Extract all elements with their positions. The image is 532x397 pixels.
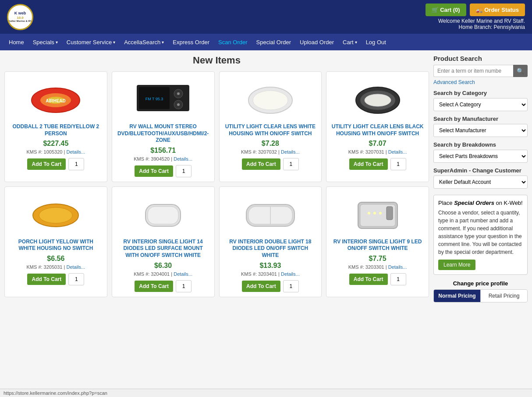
qty-input-6[interactable]: [176, 280, 192, 292]
search-box: 🔍: [433, 65, 528, 77]
product-card-4: UTILITY LIGHT CLEAR LENS BLACK HOUSING W…: [326, 71, 429, 182]
special-orders-box: Place Special Orders on K-Web! Choose a …: [433, 195, 528, 275]
product-actions-6: Add To Cart: [135, 280, 192, 292]
nav-home[interactable]: Home: [4, 35, 28, 49]
product-price-7: $13.93: [259, 262, 281, 270]
product-actions-3: Add To Cart: [242, 158, 299, 170]
product-card-1: AIRHEAD ODDBALL 2 TUBE RED/YELLOW 2 PERS…: [4, 71, 107, 182]
add-to-cart-3[interactable]: Add To Cart: [242, 158, 280, 170]
nav-scan-order[interactable]: Scan Order: [214, 35, 252, 49]
sidebar: Product Search 🔍 Advanced Search Search …: [433, 55, 528, 302]
product-image-5: [27, 191, 84, 235]
svg-point-26: [368, 212, 370, 214]
nav-logout[interactable]: Log Out: [362, 35, 390, 49]
add-to-cart-7[interactable]: Add To Cart: [242, 281, 280, 292]
nav-acella-search[interactable]: AccellaSearch ▾: [120, 35, 168, 49]
search-by-breakdowns-label: Search by Breakdowns: [433, 141, 528, 148]
welcome-line1: Welcome Keller Marine and RV Staff.: [438, 18, 525, 24]
category-select[interactable]: Select A Category: [433, 98, 528, 111]
add-to-cart-8[interactable]: Add To Cart: [349, 274, 388, 285]
qty-input-7[interactable]: [283, 280, 299, 292]
nav-special-order[interactable]: Special Order: [252, 35, 295, 49]
search-by-manufacturer-label: Search by Manufacturer: [433, 116, 528, 122]
advanced-search-link[interactable]: Advanced Search: [433, 79, 475, 85]
add-to-cart-6[interactable]: Add To Cart: [135, 281, 173, 292]
product-details-4[interactable]: Details...: [388, 149, 407, 155]
product-details-6[interactable]: Details...: [174, 271, 192, 277]
add-to-cart-5[interactable]: Add To Cart: [27, 274, 66, 285]
welcome-text: Welcome Keller Marine and RV Staff. Home…: [438, 18, 525, 30]
add-to-cart-4[interactable]: Add To Cart: [349, 158, 388, 170]
add-to-cart-2[interactable]: Add To Cart: [135, 165, 173, 177]
superadmin-select[interactable]: Keller Default Account: [433, 176, 528, 189]
product-name-5: PORCH LIGHT YELLOW WITH WHITE HOUSING NO…: [9, 239, 103, 252]
product-image-4: [349, 76, 406, 120]
product-price-1: $227.45: [43, 140, 68, 148]
product-name-8: RV INTERIOR SINGLE LIGHT 9 LED ON/OFF SW…: [331, 239, 424, 252]
qty-input-2[interactable]: [176, 165, 192, 177]
nav-specials[interactable]: Specials ▾: [28, 35, 62, 49]
specials-arrow: ▾: [56, 40, 58, 45]
nav-customer-service[interactable]: Customer Service ▾: [62, 35, 120, 49]
product-details-7[interactable]: Details...: [281, 271, 300, 277]
product-kms-1: KMS #: 1005320 | Details...: [27, 149, 85, 155]
qty-input-3[interactable]: [283, 158, 299, 170]
svg-rect-19: [148, 207, 178, 224]
search-button[interactable]: 🔍: [513, 65, 528, 77]
product-image-8: [349, 191, 406, 235]
logo-kweb: K web: [8, 11, 32, 16]
qty-input-5[interactable]: [68, 273, 84, 285]
product-price-8: $7.75: [369, 255, 387, 263]
product-name-2: RV WALL MOUNT STEREO DVD/BLUETOOTH/AUX/U…: [117, 123, 210, 144]
product-card-7: RV INTERIOR DOUBLE LIGHT 18 DIODES LED O…: [219, 186, 322, 297]
learn-more-button[interactable]: Learn More: [438, 260, 475, 270]
logo-icon: K web 10.0 Keller Marine & RV: [7, 4, 33, 30]
qty-input-1[interactable]: [68, 158, 84, 170]
search-by-category-label: Search by Category: [433, 90, 528, 96]
logo-version: 10.0: [8, 16, 32, 20]
manufacturer-select[interactable]: Select Manufacturer: [433, 124, 528, 137]
cart-button[interactable]: 🛒 Cart (0): [426, 4, 466, 16]
product-card-2: FM T 95.3 RV WALL MOUNT STEREO DVD/BLUET…: [112, 71, 215, 182]
nav-cart[interactable]: Cart ▾: [338, 35, 362, 49]
cs-arrow: ▾: [113, 40, 115, 45]
product-details-1[interactable]: Details...: [66, 149, 85, 155]
product-price-2: $156.71: [150, 147, 176, 155]
product-price-5: $6.56: [47, 255, 64, 263]
svg-point-27: [373, 212, 376, 214]
normal-pricing-button[interactable]: Normal Pricing: [434, 290, 480, 302]
product-details-3[interactable]: Details...: [281, 149, 300, 155]
product-details-2[interactable]: Details...: [174, 156, 192, 162]
nav-upload-order[interactable]: Upload Order: [295, 35, 338, 49]
qty-input-4[interactable]: [390, 158, 406, 170]
header-buttons: 🛒 Cart (0) 🚚 Order Status: [426, 4, 525, 16]
product-image-6: [135, 191, 192, 235]
svg-point-15: [365, 94, 391, 106]
nav-express-order[interactable]: Express Order: [168, 35, 214, 49]
main-nav: Home Specials ▾ Customer Service ▾ Accel…: [0, 34, 532, 50]
qty-input-8[interactable]: [390, 273, 406, 285]
product-details-5[interactable]: Details...: [66, 264, 85, 270]
svg-point-9: [177, 92, 180, 95]
retail-pricing-button[interactable]: Retail Pricing: [480, 290, 527, 302]
special-orders-title: Place Special Orders on K-Web!: [438, 200, 523, 206]
order-status-button[interactable]: 🚚 Order Status: [470, 4, 525, 16]
product-kms-4: KMS #: 3207031 | Details...: [348, 149, 407, 155]
product-search-section: Product Search 🔍 Advanced Search Search …: [433, 55, 528, 189]
product-actions-1: Add To Cart: [27, 158, 84, 170]
product-name-6: RV INTERIOR SINGLE LIGHT 14 DIODES LED S…: [117, 239, 210, 259]
superadmin-label: SuperAdmin - Change Customer: [433, 167, 528, 174]
product-card-6: RV INTERIOR SINGLE LIGHT 14 DIODES LED S…: [112, 186, 215, 297]
search-input[interactable]: [433, 65, 513, 77]
svg-text:FM T 95.3: FM T 95.3: [145, 97, 163, 101]
product-price-6: $6.30: [154, 262, 172, 270]
breakdowns-select[interactable]: Select Parts Breakdowns: [433, 150, 528, 163]
svg-point-12: [253, 91, 288, 110]
product-grid: AIRHEAD ODDBALL 2 TUBE RED/YELLOW 2 PERS…: [4, 71, 429, 297]
product-name-1: ODDBALL 2 TUBE RED/YELLOW 2 PERSON: [9, 123, 103, 137]
product-search-title: Product Search: [433, 55, 528, 62]
product-image-2: FM T 95.3: [135, 76, 192, 120]
add-to-cart-1[interactable]: Add To Cart: [27, 158, 66, 170]
product-details-8[interactable]: Details...: [388, 264, 407, 270]
svg-point-17: [39, 207, 72, 223]
